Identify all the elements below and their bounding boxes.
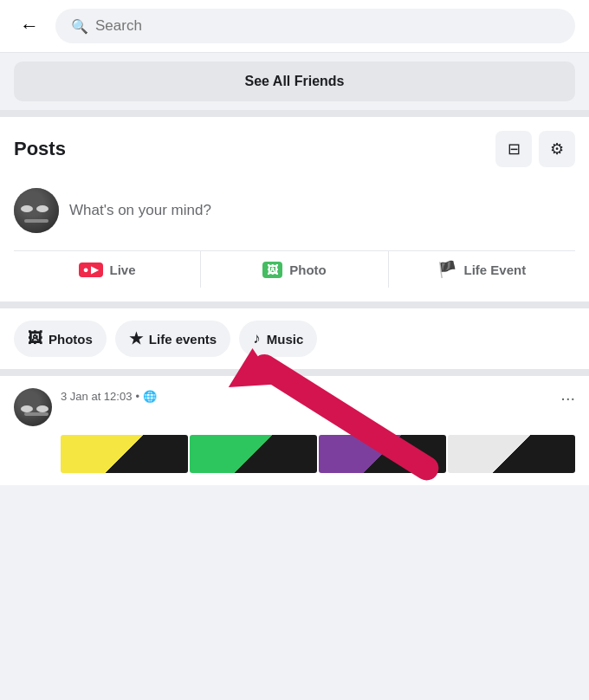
filter-chips: 🖼 Photos ★ Life events ♪ Music: [14, 321, 575, 357]
photo-button[interactable]: 🖼 Photo: [201, 251, 388, 288]
posts-actions: ⊟ ⚙: [495, 131, 575, 167]
filter-icon: ⊟: [508, 139, 521, 159]
post-img-1: [61, 435, 188, 473]
photos-chip[interactable]: 🖼 Photos: [14, 321, 107, 357]
photo-icon: 🖼: [262, 262, 282, 278]
post-images: [61, 435, 575, 473]
life-events-chip[interactable]: ★ Life events: [115, 321, 230, 357]
life-event-label: Life Event: [463, 262, 526, 277]
post-info: 3 Jan at 12:03 • 🌐: [61, 388, 575, 403]
gear-icon: ⚙: [550, 139, 564, 159]
more-options-button[interactable]: ···: [560, 388, 575, 408]
mind-row[interactable]: What's on your mind?: [14, 181, 575, 240]
avatar-image: [14, 188, 59, 233]
back-button[interactable]: ←: [14, 10, 45, 42]
life-events-chip-label: Life events: [149, 332, 217, 347]
post-actions-row: ● ▶ Live 🖼 Photo 🏴 Life Event: [14, 250, 575, 288]
header: ← 🔍: [0, 0, 589, 53]
search-icon: 🔍: [71, 18, 88, 35]
post-avatar: [14, 388, 52, 426]
posts-title: Posts: [14, 138, 66, 160]
photo-label: Photo: [289, 262, 327, 277]
photos-chip-icon: 🖼: [28, 330, 42, 347]
globe-icon: 🌐: [143, 390, 157, 403]
post-separator: •: [135, 390, 139, 403]
flag-icon: 🏴: [437, 260, 456, 279]
divider-1: [0, 110, 589, 117]
life-events-chip-icon: ★: [129, 329, 143, 348]
posts-section: Posts ⊟ ⚙ What's on your mind? ● ▶: [0, 117, 589, 301]
search-input[interactable]: [95, 17, 560, 35]
post-img-4: [448, 435, 575, 473]
live-label: Live: [110, 262, 136, 277]
live-icon: ● ▶: [79, 262, 103, 277]
see-all-friends-section: See All Friends: [0, 53, 589, 110]
see-all-friends-button[interactable]: See All Friends: [14, 62, 575, 101]
post-avatar-image: [14, 388, 52, 426]
back-arrow-icon: ←: [20, 15, 39, 37]
post-date: 3 Jan at 12:03: [61, 390, 132, 403]
filter-section: 🖼 Photos ★ Life events ♪ Music: [0, 308, 589, 369]
mind-placeholder: What's on your mind?: [69, 202, 211, 219]
divider-3: [0, 369, 589, 376]
live-button[interactable]: ● ▶ Live: [14, 251, 201, 288]
post-img-2: [190, 435, 317, 473]
photos-chip-label: Photos: [49, 332, 93, 347]
post-meta: 3 Jan at 12:03 • 🌐: [61, 390, 575, 403]
avatar: [14, 188, 59, 233]
music-chip-icon: ♪: [253, 330, 261, 347]
life-event-button[interactable]: 🏴 Life Event: [389, 251, 575, 288]
post-preview: 3 Jan at 12:03 • 🌐 ···: [0, 376, 589, 485]
post-img-3: [319, 435, 446, 473]
search-bar[interactable]: 🔍: [55, 9, 575, 43]
filter-button[interactable]: ⊟: [495, 131, 532, 167]
settings-button[interactable]: ⚙: [539, 131, 575, 167]
music-chip-label: Music: [267, 332, 304, 347]
divider-2: [0, 301, 589, 308]
music-chip[interactable]: ♪ Music: [239, 321, 317, 357]
posts-header: Posts ⊟ ⚙: [14, 131, 575, 167]
